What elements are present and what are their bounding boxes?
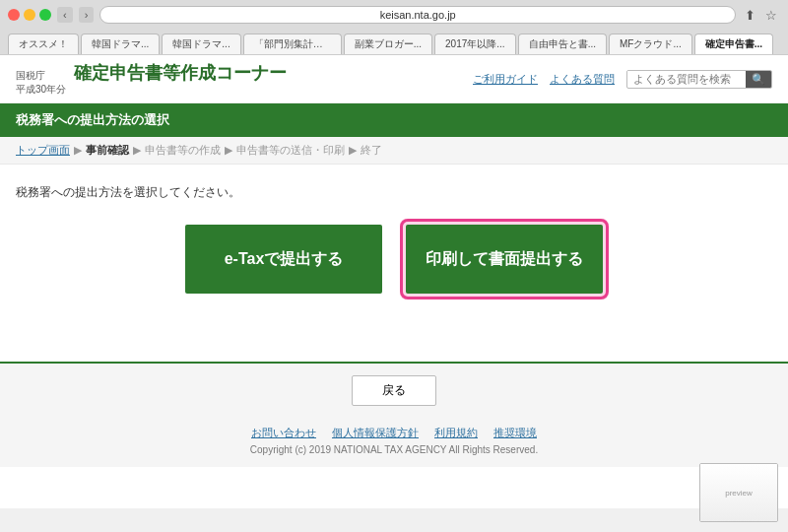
- nav-bar: 税務署への提出方法の選択: [0, 103, 788, 137]
- faq-link[interactable]: よくある質問: [550, 72, 615, 87]
- print-submit-button[interactable]: 印刷して書面提出する: [406, 225, 603, 294]
- agency-label: 国税庁 平成30年分: [16, 69, 66, 97]
- site-title-area: 国税庁 平成30年分 確定申告書等作成コーナー: [16, 61, 287, 97]
- close-button[interactable]: [8, 9, 20, 21]
- browser-top-bar: ‹ › keisan.nta.go.jp ⬆ ☆: [0, 0, 788, 30]
- privacy-link[interactable]: 個人情報保護方針: [332, 426, 419, 440]
- address-bar[interactable]: keisan.nta.go.jp: [99, 6, 736, 24]
- search-area: 🔍: [626, 70, 772, 89]
- browser-controls: [8, 9, 51, 21]
- breadcrumb-top[interactable]: トップ画面: [16, 143, 70, 158]
- footer-links: お問い合わせ 個人情報保護方針 利用規約 推奨環境: [16, 426, 772, 440]
- breadcrumb-step4: 終了: [361, 143, 382, 158]
- bookmark-button[interactable]: ☆: [762, 8, 780, 23]
- browser-chrome: ‹ › keisan.nta.go.jp ⬆ ☆ オススメ！ 韓国ドラマ... …: [0, 0, 788, 55]
- main-content: 税務署への提出方法を選択してください。 e-Taxで提出する 印刷して書面提出す…: [0, 165, 788, 362]
- copyright-text: Copyright (c) 2019 NATIONAL TAX AGENCY A…: [16, 444, 772, 455]
- breadcrumb-step3: 申告書等の送信・印刷: [236, 143, 345, 158]
- tab-kdrama2[interactable]: 韓国ドラマ...: [162, 33, 240, 54]
- tab-bumon[interactable]: 「部門別集計」...: [243, 33, 342, 54]
- instruction-text: 税務署への提出方法を選択してください。: [16, 184, 772, 201]
- minimize-button[interactable]: [24, 9, 35, 21]
- header-links: ご利用ガイド よくある質問 🔍: [473, 70, 772, 89]
- browser-tabs: オススメ！ 韓国ドラマ... 韓国ドラマ... 「部門別集計」... 副業ブロガ…: [0, 30, 788, 54]
- page-footer: 戻る お問い合わせ 個人情報保護方針 利用規約 推奨環境 Copyright (…: [0, 362, 788, 467]
- breadcrumb-step2: 申告書等の作成: [145, 143, 221, 158]
- tab-jiyuu[interactable]: 自由申告と書...: [518, 33, 607, 54]
- tab-osusume[interactable]: オススメ！: [8, 33, 79, 54]
- back-nav-button[interactable]: ‹: [57, 7, 73, 23]
- site-header: 国税庁 平成30年分 確定申告書等作成コーナー ご利用ガイド よくある質問 🔍: [0, 55, 788, 103]
- tab-mfcloud[interactable]: MFクラウド...: [609, 33, 692, 54]
- tab-2017[interactable]: 2017年以降...: [434, 33, 516, 54]
- etax-submit-button[interactable]: e-Taxで提出する: [185, 225, 382, 294]
- submit-buttons: e-Taxで提出する 印刷して書面提出する: [16, 225, 772, 294]
- maximize-button[interactable]: [39, 9, 51, 21]
- tab-fukugyou[interactable]: 副業ブロガー...: [344, 33, 432, 54]
- env-link[interactable]: 推奨環境: [493, 426, 537, 440]
- share-button[interactable]: ⬆: [742, 8, 758, 23]
- guide-link[interactable]: ご利用ガイド: [473, 72, 538, 87]
- tab-kdrama1[interactable]: 韓国ドラマ...: [81, 33, 160, 54]
- breadcrumb-step1: 事前確認: [86, 143, 129, 158]
- browser-action-buttons: ⬆ ☆: [742, 8, 780, 23]
- page-content: 国税庁 平成30年分 確定申告書等作成コーナー ご利用ガイド よくある質問 🔍 …: [0, 55, 788, 508]
- back-button[interactable]: 戻る: [352, 375, 436, 406]
- terms-link[interactable]: 利用規約: [434, 426, 478, 440]
- site-title: 確定申告書等作成コーナー: [74, 61, 287, 85]
- contact-link[interactable]: お問い合わせ: [251, 426, 316, 440]
- search-button[interactable]: 🔍: [746, 71, 771, 88]
- thumbnail-preview: preview: [699, 463, 778, 522]
- breadcrumb: トップ画面 ▶ 事前確認 ▶ 申告書等の作成 ▶ 申告書等の送信・印刷 ▶ 終了: [0, 137, 788, 165]
- search-input[interactable]: [627, 71, 746, 87]
- tab-kakutei[interactable]: 確定申告書...: [694, 33, 773, 54]
- forward-nav-button[interactable]: ›: [79, 7, 95, 23]
